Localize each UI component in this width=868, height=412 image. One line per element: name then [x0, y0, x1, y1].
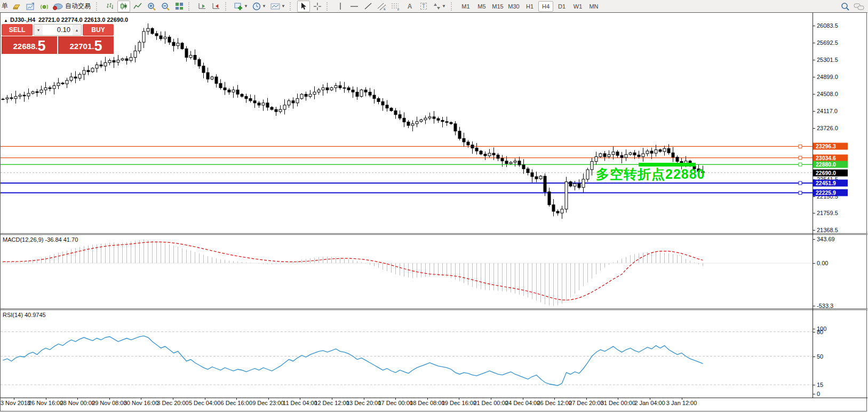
zoom-out-icon[interactable] — [159, 1, 172, 12]
time-tick-label: 13 Dec 20:00 — [346, 400, 381, 406]
search-icon[interactable] — [839, 1, 851, 12]
buy-button[interactable]: BUY — [83, 24, 114, 36]
templates-icon — [270, 3, 280, 10]
current-price-label: 22690.0 — [813, 169, 848, 176]
time-tick-label: 23 Nov 2018 — [0, 400, 30, 406]
toolbar-grip — [327, 2, 331, 11]
price-line-label: 23296.3 — [813, 143, 848, 150]
price-axis[interactable]: 26083.525692.525301.524899.024508.024117… — [813, 13, 867, 398]
text-label-icon[interactable]: T — [417, 1, 430, 12]
timeframe-D1[interactable]: D1 — [554, 1, 569, 12]
timeframe-MN[interactable]: MN — [586, 1, 601, 12]
time-tick-label: 29 Nov 08:00 — [92, 400, 126, 406]
macd-tick-label: 0.00 — [817, 260, 828, 266]
cursor-icon[interactable] — [297, 1, 310, 12]
crosshair-icon[interactable] — [311, 1, 324, 12]
time-tick-label: 17 Dec 00:00 — [378, 400, 412, 406]
svg-text:F: F — [397, 8, 400, 11]
time-tick-label: 21 Dec 00:00 — [473, 400, 508, 406]
chart-window[interactable]: ▲DJ30-,H422721.0 22774.0 22613.0 22690.0… — [0, 12, 867, 411]
rsi-tick — [813, 356, 815, 357]
price-tick-label: 25692.5 — [817, 39, 838, 46]
rsi-tick — [813, 394, 815, 394]
new-chart-button[interactable]: ▼ — [233, 1, 250, 12]
price-line-label: 23034.6 — [813, 154, 848, 161]
time-tick-label: 26 Nov 16:00 — [28, 400, 63, 406]
publish-chart-icon[interactable] — [24, 1, 37, 12]
one-click-trading-panel: SELL ▼ 0.10 ▲ BUY 22688.5 22701.5 — [2, 24, 114, 54]
auto-trading-icon — [52, 2, 63, 10]
tile-windows-icon[interactable] — [173, 1, 186, 12]
new-order-button[interactable]: 单 — [1, 1, 9, 12]
fibonacci-icon[interactable]: F — [389, 1, 402, 12]
chevron-down-icon: ▼ — [281, 4, 285, 9]
price-tick-label: 24117.0 — [817, 108, 838, 114]
trendline-icon[interactable] — [362, 1, 375, 12]
timeframe-W1[interactable]: W1 — [570, 1, 585, 12]
time-tick-label: 12 Dec 12:00 — [314, 400, 349, 406]
periods-button[interactable]: ▼ — [251, 1, 268, 12]
timeframe-M15[interactable]: M15 — [490, 1, 505, 12]
timeframe-M1[interactable]: M1 — [458, 1, 473, 12]
chart-shift-icon[interactable] — [210, 1, 222, 12]
timeframe-M5[interactable]: M5 — [474, 1, 489, 12]
price-tick-label: 26083.5 — [817, 22, 838, 29]
equidistant-channel-icon[interactable]: E — [376, 1, 388, 12]
rsi-indicator-pane[interactable] — [1, 310, 813, 398]
vertical-line-icon[interactable] — [334, 1, 347, 12]
annotation-highlight-bar[interactable] — [639, 163, 696, 167]
templates-button[interactable]: ▼ — [269, 1, 287, 12]
timeframe-M30[interactable]: M30 — [506, 1, 521, 12]
chart-title: ▲DJ30-,H422721.0 22774.0 22613.0 22690.0 — [4, 17, 128, 23]
price-tick-label: 24508.0 — [817, 91, 838, 97]
line-chart-icon[interactable] — [131, 1, 144, 12]
price-tick — [813, 111, 815, 112]
chat-icon[interactable] — [853, 1, 865, 12]
volume-increase-button[interactable]: ▲ — [73, 25, 81, 35]
bid-price[interactable]: 22688.5 — [2, 36, 57, 54]
time-tick-label: 3 Dec 20:00 — [157, 400, 188, 406]
signals-icon[interactable] — [38, 1, 51, 12]
macd-tick — [813, 306, 815, 306]
arrows-icon[interactable]: ▼ — [431, 1, 448, 12]
timeframe-H4[interactable]: H4 — [538, 1, 553, 12]
price-tick-label: 23726.0 — [817, 125, 838, 131]
candlestick-chart[interactable] — [1, 13, 813, 233]
text-icon[interactable]: A — [403, 1, 416, 12]
rsi-label: RSI(14) 40.9745 — [3, 312, 46, 318]
horizontal-line-icon[interactable] — [348, 1, 361, 12]
macd-indicator-pane[interactable] — [1, 235, 813, 308]
candlestick-icon[interactable] — [117, 1, 130, 12]
chart-annotation[interactable]: 多空转折点22880 — [596, 165, 705, 183]
price-tick — [813, 26, 815, 26]
rsi-tick — [813, 332, 815, 332]
price-tick — [813, 128, 815, 129]
toolbar-grip — [290, 2, 294, 11]
chevron-down-icon: ▼ — [442, 4, 446, 9]
time-axis[interactable]: 23 Nov 201826 Nov 16:0028 Nov 00:0029 No… — [1, 398, 867, 412]
rsi-tick-label: 80 — [817, 329, 823, 335]
timeframe-group: M1M5M15M30H1H4D1W1MN — [458, 1, 602, 12]
time-tick-label: 5 Dec 04:00 — [189, 400, 220, 406]
price-tick — [813, 77, 815, 77]
auto-trading-button[interactable]: 自动交易 — [52, 1, 93, 12]
chevron-down-icon: ▼ — [244, 4, 248, 9]
volume-input[interactable]: 0.10 — [43, 25, 73, 35]
mt4-application: 单 自动交易 — [0, 0, 868, 412]
time-tick-label: 3 Jan 12:00 — [666, 400, 697, 406]
auto-scroll-icon[interactable] — [196, 1, 209, 12]
funds-icon[interactable] — [10, 1, 23, 12]
volume-decrease-button[interactable]: ▼ — [34, 25, 43, 35]
price-tick — [813, 60, 815, 60]
price-tick — [813, 230, 815, 231]
rsi-tick — [813, 329, 815, 329]
price-tick-label: 24899.0 — [817, 74, 838, 80]
collapse-triangle-icon[interactable]: ▲ — [4, 18, 8, 23]
bar-chart-icon[interactable] — [103, 1, 116, 12]
timeframe-H1[interactable]: H1 — [522, 1, 537, 12]
zoom-in-icon[interactable] — [145, 1, 158, 12]
time-tick-label: 6 Dec 16:00 — [221, 400, 252, 406]
ask-price[interactable]: 22701.5 — [58, 36, 114, 54]
sell-button[interactable]: SELL — [2, 24, 33, 36]
macd-label: MACD(12,26,9) -36.84 41.70 — [3, 236, 78, 243]
